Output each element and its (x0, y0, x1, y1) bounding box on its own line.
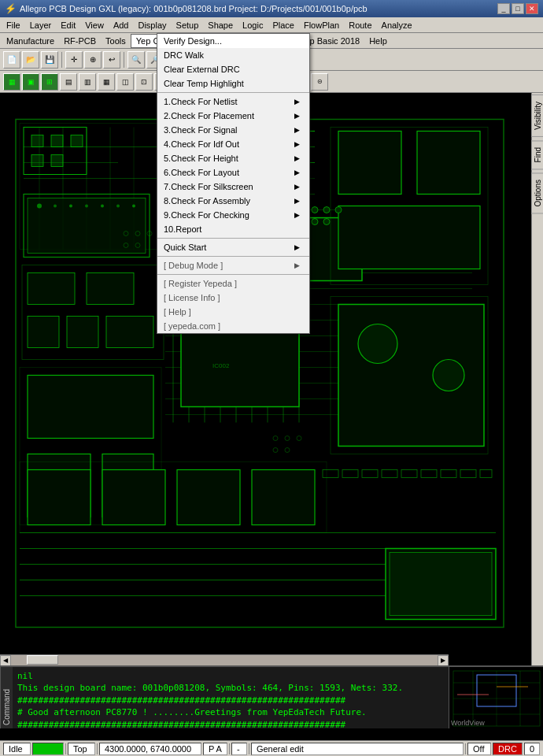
scroll-track-horizontal[interactable] (11, 655, 438, 666)
svg-rect-103 (441, 470, 456, 478)
toolbar-open[interactable]: 📂 (22, 51, 39, 69)
scroll-thumb-horizontal[interactable] (27, 655, 58, 665)
dropdown-arrow-check-signal: ▶ (294, 126, 300, 134)
toolbar-move[interactable]: ✛ (65, 51, 83, 69)
dropdown-item-label-clear-temp-highlight: Clear Temp Highlight (164, 79, 244, 88)
toolbar-route-8[interactable]: ⊡ (135, 73, 153, 91)
tab-visibility[interactable]: Visibility (531, 94, 544, 137)
svg-point-113 (273, 436, 278, 441)
dropdown-item-help-item[interactable]: [ Help ] (157, 305, 309, 319)
menu-item-shape[interactable]: Shape (203, 19, 238, 32)
dropdown-item-check-idf[interactable]: 4.Check For Idf Out▶ (157, 137, 309, 151)
dropdown-item-check-layout[interactable]: 6.Check For Layout▶ (157, 165, 309, 180)
menu-item-setup[interactable]: Setup (172, 19, 204, 32)
scroll-left-arrow[interactable]: ◀ (0, 655, 11, 666)
toolbar-route-1[interactable]: ▦ (3, 73, 20, 91)
toolbar-zoom-in[interactable]: 🔍 (127, 51, 145, 69)
toolbar-route-6[interactable]: ▦ (98, 73, 115, 91)
dropdown-item-quick-start[interactable]: Quick Start▶ (157, 240, 309, 254)
toolbar-separator-2 (124, 52, 124, 68)
svg-rect-3 (31, 135, 43, 147)
toolbar-route-7[interactable]: ◫ (116, 73, 134, 91)
dropdown-item-label-license-info: [ License Info ] (164, 293, 220, 302)
dropdown-item-check-signal[interactable]: 3.Check For Signal▶ (157, 123, 309, 137)
maximize-button[interactable]: □ (512, 3, 524, 14)
svg-point-117 (285, 448, 290, 453)
tab-find[interactable]: Find (531, 140, 544, 169)
toolbar-layer-8[interactable]: ⊝ (311, 73, 328, 91)
menu-item-route[interactable]: Route (344, 19, 376, 32)
menu-item-help[interactable]: Help (364, 35, 392, 47)
dropdown-item-report[interactable]: 10.Report (157, 222, 309, 236)
toolbar-undo[interactable]: ↩ (103, 51, 120, 69)
menu-item-logic[interactable]: Logic (238, 19, 268, 32)
dropdown-item-check-assembly[interactable]: 8.Check For Assembly▶ (157, 194, 309, 208)
app-icon: ⚡ (5, 3, 17, 14)
dropdown-arrow-check-assembly: ▶ (294, 197, 300, 205)
svg-rect-104 (460, 470, 476, 478)
dropdown-item-clear-external-drc[interactable]: Clear External DRC (157, 62, 309, 76)
horizontal-scrollbar[interactable]: ◀ ▶ (0, 654, 449, 665)
dropdown-item-label-check-assembly: 8.Check For Assembly (164, 196, 250, 206)
toolbar-route-5[interactable]: ▥ (79, 73, 96, 91)
command-line: nil (17, 670, 444, 682)
close-button[interactable]: ✕ (526, 3, 538, 14)
svg-rect-80 (28, 376, 153, 439)
menu-item-layer[interactable]: Layer (25, 19, 57, 32)
scroll-right-arrow[interactable]: ▶ (438, 655, 449, 666)
toolbar-copy[interactable]: ⊕ (84, 51, 102, 69)
svg-rect-66 (417, 132, 480, 195)
dropdown-item-verify-design[interactable]: Verify Design... (157, 34, 309, 48)
menu-item-tools[interactable]: Tools (101, 35, 131, 47)
menubar: FileLayerEditViewAddDisplaySetupShapeLog… (0, 17, 543, 33)
window-title: Allegro PCB Design GXL (legacy): 001b0p0… (20, 4, 368, 13)
dropdown-item-label-drc-walk: DRC Walk (164, 50, 204, 60)
right-panel: Visibility Find Options (531, 93, 543, 665)
menu-item-edit[interactable]: Edit (56, 19, 80, 32)
dropdown-item-label-check-idf: 4.Check For Idf Out (164, 139, 239, 149)
svg-rect-31 (28, 273, 75, 305)
svg-rect-67 (338, 206, 480, 269)
minimize-button[interactable]: _ (497, 3, 510, 14)
dropdown-item-label-quick-start: Quick Start (164, 243, 206, 252)
dropdown-item-check-placement[interactable]: 2.Check For Placement▶ (157, 109, 309, 123)
svg-point-77 (312, 219, 318, 225)
menu-item-add[interactable]: Add (109, 19, 134, 32)
toolbar-route-4[interactable]: ▤ (60, 73, 77, 91)
status-sep-2 (97, 743, 98, 754)
svg-point-85 (358, 324, 397, 364)
toolbar-route-3[interactable]: ⊞ (41, 73, 58, 91)
command-output: nilThis design board name: 001b0p081208,… (13, 667, 449, 728)
dropdown-item-drc-walk[interactable]: DRC Walk (157, 48, 309, 62)
dropdown-item-license-info[interactable]: [ License Info ] (157, 291, 309, 305)
tab-options[interactable]: Options (531, 172, 544, 213)
dropdown-item-register-yepeda[interactable]: [ Register Yepeda ] (157, 276, 309, 291)
menu-item-analyze[interactable]: Analyze (377, 19, 417, 32)
dropdown-item-check-height[interactable]: 5.Check For Height▶ (157, 151, 309, 165)
menu-item-manufacture[interactable]: Manufacture (2, 35, 59, 47)
toolbar-save[interactable]: 💾 (41, 51, 58, 69)
dropdown-item-clear-temp-highlight[interactable]: Clear Temp Highlight (157, 76, 309, 91)
dropdown-item-check-checking[interactable]: 9.Check For Checking▶ (157, 208, 309, 222)
svg-rect-97 (323, 470, 338, 478)
menu-item-rf-pcb[interactable]: RF-PCB (59, 35, 101, 47)
menu-item-view[interactable]: View (80, 19, 109, 32)
dropdown-item-label-debug-mode: [ Debug Mode ] (164, 261, 223, 270)
menu-item-place[interactable]: Place (268, 19, 299, 32)
dropdown-item-label-check-checking: 9.Check For Checking (164, 210, 249, 220)
dropdown-item-label-check-signal: 3.Check For Signal (164, 125, 238, 135)
toolbar-route-2[interactable]: ▣ (22, 73, 39, 91)
menu-item-display[interactable]: Display (133, 19, 171, 32)
dropdown-item-label-help-item: [ Help ] (164, 307, 191, 317)
dropdown-item-yepeda-com[interactable]: [ yepeda.com ] (157, 319, 309, 333)
dropdown-item-label-verify-design: Verify Design... (164, 36, 222, 46)
status-sep-1 (65, 743, 66, 754)
menu-item-flowplan[interactable]: FlowPlan (299, 19, 344, 32)
toolbar-new[interactable]: 📄 (3, 51, 20, 69)
svg-rect-101 (401, 470, 417, 478)
dropdown-item-check-silkscreen[interactable]: 7.Check For Silkscreen▶ (157, 180, 309, 194)
menu-item-file[interactable]: File (2, 19, 25, 32)
dropdown-item-debug-mode[interactable]: [ Debug Mode ]▶ (157, 258, 309, 272)
dropdown-item-check-netlist[interactable]: 1.Check For Netlist▶ (157, 94, 309, 109)
status-dash: - (231, 743, 247, 755)
